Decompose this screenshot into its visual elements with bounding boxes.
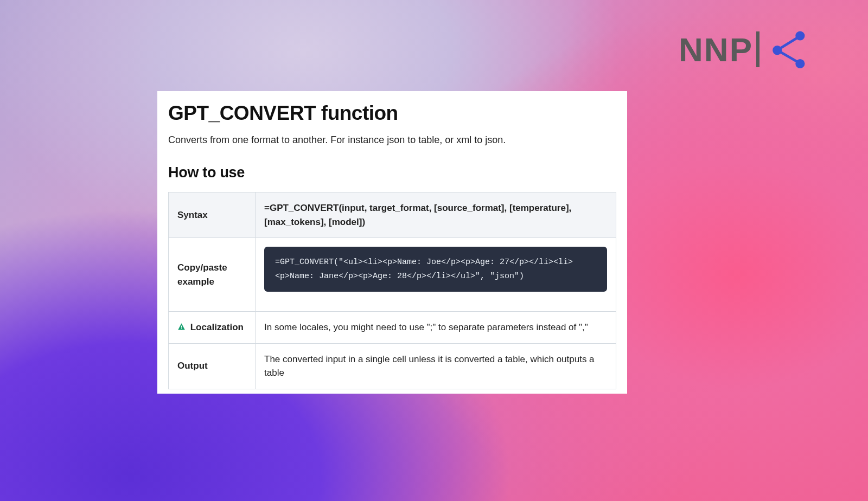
table-row-output: Output The converted input in a single c… [169, 343, 616, 389]
example-label[interactable]: Copy/paste example [169, 238, 256, 312]
syntax-value: =GPT_CONVERT(input, target_format, [sour… [256, 192, 616, 238]
warning-icon [177, 322, 188, 332]
brand-logo: NNP [679, 28, 809, 70]
table-row-syntax: Syntax =GPT_CONVERT(input, target_format… [169, 192, 616, 238]
section-heading: How to use [168, 164, 616, 181]
usage-table: Syntax =GPT_CONVERT(input, target_format… [168, 192, 616, 389]
example-code[interactable]: =GPT_CONVERT("<ul><li><p>Name: Joe</p><p… [264, 247, 607, 292]
syntax-label: Syntax [169, 192, 256, 238]
share-graph-icon [767, 28, 809, 70]
output-label[interactable]: Output [169, 343, 256, 389]
brand-text: NNP [679, 30, 753, 69]
table-row-example: Copy/paste example =GPT_CONVERT("<ul><li… [169, 238, 616, 312]
output-value: The converted input in a single cell unl… [256, 343, 616, 389]
brand-divider [756, 31, 760, 67]
svg-rect-6 [181, 328, 182, 329]
localization-value: In some locales, you might need to use "… [256, 312, 616, 344]
localization-label[interactable]: Localization [169, 312, 256, 344]
svg-point-3 [795, 31, 805, 40]
document-card: GPT_CONVERT function Converts from one f… [157, 91, 627, 394]
example-cell: =GPT_CONVERT("<ul><li><p>Name: Joe</p><p… [256, 238, 616, 312]
localization-label-text: Localization [190, 322, 244, 332]
svg-point-2 [773, 46, 782, 55]
page-subtitle: Converts from one format to another. For… [168, 134, 616, 146]
svg-rect-5 [181, 326, 182, 328]
table-row-localization: Localization In some locales, you might … [169, 312, 616, 344]
page-title: GPT_CONVERT function [168, 102, 616, 125]
svg-point-4 [795, 59, 805, 68]
